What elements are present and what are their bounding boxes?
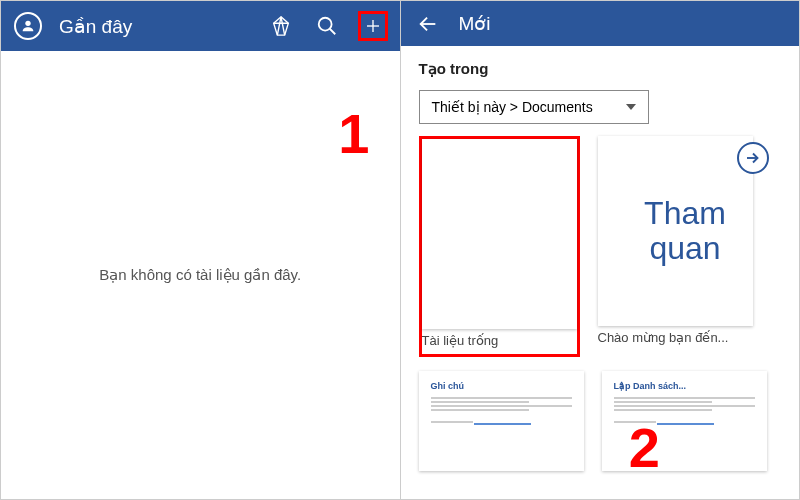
tour-text: Tham quan (598, 196, 753, 266)
back-button[interactable] (413, 9, 443, 39)
svg-point-0 (25, 21, 30, 26)
new-body: Tạo trong Thiết bị này > Documents Tài l… (401, 46, 800, 499)
search-button[interactable] (312, 11, 342, 41)
svg-point-1 (318, 18, 331, 31)
dropdown-value: Thiết bị này > Documents (432, 99, 593, 115)
location-dropdown[interactable]: Thiết bị này > Documents (419, 90, 649, 124)
arrow-right-icon (737, 142, 769, 174)
template-notes[interactable]: Ghi chú (419, 371, 584, 471)
create-in-label: Tạo trong (419, 60, 782, 78)
premium-icon (270, 15, 292, 37)
recent-title: Gần đây (59, 15, 250, 38)
template-blank-caption: Tài liệu trống (422, 333, 577, 348)
recent-pane: Gần đây Bạn không có tài liệu gần đây. (0, 0, 400, 500)
template-tour[interactable]: Tham quan Chào mừng bạn đến... (598, 136, 753, 357)
account-button[interactable] (13, 11, 43, 41)
template-notes-title: Ghi chú (431, 381, 572, 391)
new-title: Mới (459, 12, 788, 35)
new-pane: Mới Tạo trong Thiết bị này > Documents T… (400, 0, 801, 500)
template-tour-thumb: Tham quan (598, 136, 753, 326)
premium-button[interactable] (266, 11, 296, 41)
svg-marker-6 (626, 104, 636, 110)
template-blank[interactable]: Tài liệu trống (419, 136, 580, 357)
templates-row: Tài liệu trống Tham quan Chào mừng bạn đ… (419, 136, 782, 357)
svg-line-2 (329, 29, 335, 35)
back-icon (417, 13, 439, 35)
templates-row-2: Ghi chú Lập Danh sách... (419, 371, 782, 471)
add-icon (365, 15, 381, 37)
add-button[interactable] (358, 11, 388, 41)
annotation-1: 1 (338, 101, 369, 166)
search-icon (316, 15, 338, 37)
empty-message: Bạn không có tài liệu gần đây. (99, 266, 301, 284)
template-tour-caption: Chào mừng bạn đến... (598, 330, 753, 345)
template-list-title: Lập Danh sách... (614, 381, 755, 391)
template-blank-thumb (422, 139, 577, 329)
new-header: Mới (401, 1, 800, 46)
annotation-2: 2 (629, 415, 660, 480)
recent-header: Gần đây (1, 1, 400, 51)
recent-content: Bạn không có tài liệu gần đây. 1 (1, 51, 400, 499)
template-list[interactable]: Lập Danh sách... (602, 371, 767, 471)
account-icon (14, 12, 42, 40)
dropdown-icon (626, 102, 636, 112)
